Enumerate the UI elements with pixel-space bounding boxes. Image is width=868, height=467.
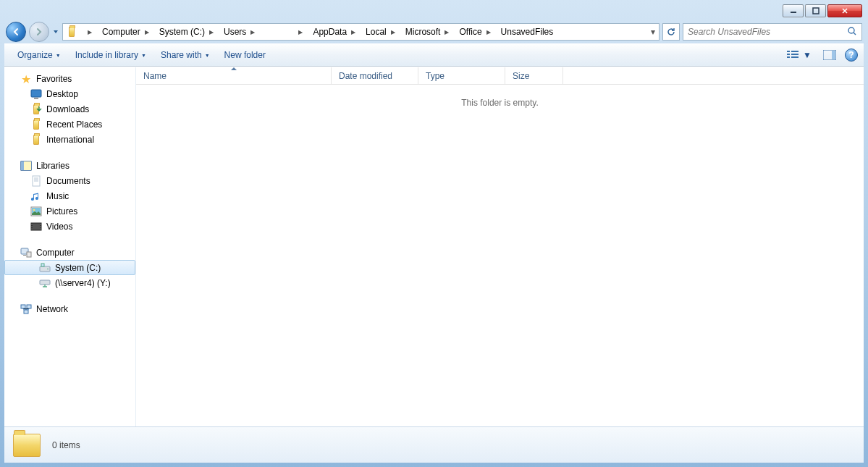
column-label: Name (143, 71, 167, 81)
svg-rect-17 (31, 223, 41, 230)
cmd-label: Include in library (75, 50, 138, 60)
breadcrumb-label: AppData (313, 27, 347, 37)
breadcrumb-root-chevron[interactable]: ▶ (77, 24, 96, 40)
svg-point-25 (41, 228, 41, 229)
nav-item-music[interactable]: Music (4, 188, 135, 203)
breadcrumb-label: Computer (102, 27, 140, 37)
svg-point-16 (33, 209, 35, 211)
breadcrumb-item[interactable]: System (C:)▶ (153, 24, 218, 40)
network-group[interactable]: Network (4, 302, 135, 316)
nav-item-network-drive-y[interactable]: (\\server4) (Y:) (4, 275, 135, 290)
breadcrumb-label: System (C:) (159, 27, 205, 37)
network-icon (20, 303, 32, 315)
libraries-group[interactable]: Libraries (4, 159, 135, 173)
desktop-icon (30, 88, 42, 100)
nav-item-label: (\\server4) (Y:) (55, 278, 111, 288)
column-header-type[interactable]: Type (418, 67, 505, 84)
nav-item-desktop[interactable]: Desktop (4, 86, 135, 101)
folder-icon (66, 26, 77, 38)
svg-rect-3 (787, 51, 790, 52)
svg-rect-1 (813, 8, 819, 14)
back-button[interactable] (6, 22, 26, 42)
nav-group-label: Favorites (36, 74, 72, 84)
drive-icon (39, 262, 51, 274)
computer-group[interactable]: Computer (4, 245, 135, 260)
breadcrumb-label: UnsavedFiles (501, 27, 554, 37)
svg-point-21 (32, 226, 33, 227)
search-input[interactable] (688, 27, 847, 37)
breadcrumb-item[interactable]: Local▶ (360, 24, 400, 40)
svg-rect-34 (27, 305, 31, 308)
breadcrumb-item[interactable]: Computer▶ (96, 24, 153, 40)
forward-button[interactable] (29, 22, 49, 42)
nav-item-label: Recent Places (46, 119, 102, 130)
breadcrumb-item[interactable]: Users▶ (218, 24, 259, 40)
details-pane: 0 items (4, 426, 864, 463)
breadcrumb-bar[interactable]: ▶ Computer▶ System (C:)▶ Users▶ ▶ AppDat… (62, 23, 660, 41)
column-header-modified[interactable]: Date modified (332, 67, 418, 84)
maximize-button[interactable] (805, 4, 826, 17)
organize-menu[interactable]: Organize▼ (10, 47, 68, 63)
preview-pane-button[interactable] (820, 49, 839, 62)
pictures-icon (30, 206, 42, 217)
breadcrumb-item[interactable]: UnsavedFiles (495, 24, 558, 40)
svg-point-23 (41, 224, 41, 224)
downloads-icon (30, 104, 42, 115)
minimize-button[interactable] (783, 4, 804, 17)
command-bar: Organize▼ Include in library▼ Share with… (4, 43, 864, 67)
breadcrumb-label: Users (224, 27, 246, 37)
nav-item-label: Pictures (46, 206, 77, 216)
breadcrumb-item[interactable]: AppData▶ (307, 24, 360, 40)
column-header-size[interactable]: Size (505, 67, 563, 84)
svg-point-2 (848, 28, 854, 33)
nav-item-label: Documents (46, 176, 90, 186)
search-box[interactable] (683, 23, 862, 41)
cmd-label: Organize (17, 50, 53, 60)
documents-icon (30, 175, 42, 187)
svg-rect-0 (791, 12, 796, 13)
recent-pages-dropdown-icon[interactable] (52, 28, 59, 35)
new-folder-button[interactable]: New folder (217, 47, 273, 63)
column-header-name[interactable]: Name (136, 67, 332, 84)
svg-rect-35 (24, 310, 28, 314)
svg-point-20 (32, 224, 33, 224)
nav-item-documents[interactable]: Documents (4, 173, 135, 188)
nav-item-recent-places[interactable]: Recent Places (4, 117, 135, 132)
svg-point-22 (32, 228, 33, 229)
change-view-button[interactable]: ▼ (784, 49, 814, 62)
svg-rect-11 (31, 90, 41, 97)
nav-item-system-c[interactable]: System (C:) (4, 260, 135, 275)
breadcrumb-item[interactable]: ▶ (259, 24, 307, 40)
content-pane: Name Date modified Type Size This folder… (136, 67, 864, 426)
cmd-label: Share with (161, 50, 202, 60)
nav-item-downloads[interactable]: Downloads (4, 101, 135, 117)
svg-rect-7 (787, 56, 790, 58)
nav-item-videos[interactable]: Videos (4, 219, 135, 234)
nav-item-international[interactable]: International (4, 132, 135, 147)
title-bar (4, 4, 864, 22)
breadcrumb-item[interactable]: Microsoft▶ (400, 24, 454, 40)
refresh-button[interactable] (662, 23, 680, 41)
include-in-library-menu[interactable]: Include in library▼ (68, 47, 153, 63)
nav-item-label: Desktop (46, 89, 78, 99)
favorites-group[interactable]: ★ Favorites (4, 72, 135, 86)
share-with-menu[interactable]: Share with▼ (153, 47, 217, 63)
svg-rect-10 (832, 51, 835, 59)
computer-icon (20, 247, 32, 258)
column-label: Size (513, 71, 529, 81)
column-headers: Name Date modified Type Size (136, 67, 864, 85)
svg-point-24 (41, 226, 41, 227)
nav-item-pictures[interactable]: Pictures (4, 203, 135, 219)
nav-item-label: Downloads (46, 104, 89, 114)
svg-rect-4 (791, 51, 799, 52)
music-icon (30, 190, 42, 202)
nav-item-label: System (C:) (55, 263, 101, 273)
close-button[interactable] (827, 4, 862, 17)
svg-rect-5 (787, 54, 790, 55)
help-button[interactable]: ? (845, 49, 858, 62)
breadcrumb-history-dropdown[interactable]: ▾ (646, 24, 659, 40)
breadcrumb-item[interactable]: Office▶ (453, 24, 494, 40)
nav-group-label: Libraries (36, 161, 69, 171)
svg-rect-30 (47, 269, 49, 269)
nav-group-label: Network (36, 304, 68, 314)
